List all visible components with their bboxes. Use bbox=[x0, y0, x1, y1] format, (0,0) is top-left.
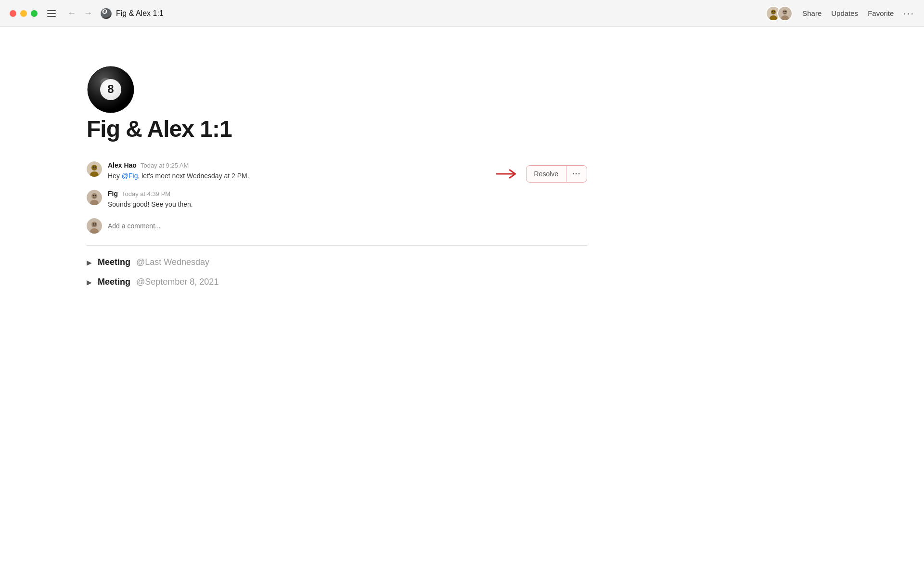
svg-point-23 bbox=[93, 195, 94, 197]
svg-point-3 bbox=[772, 11, 773, 12]
comment-time: Today at 9:25 AM bbox=[141, 162, 189, 169]
maximize-button[interactable] bbox=[31, 10, 38, 17]
updates-button[interactable]: Updates bbox=[831, 9, 858, 17]
menu-button[interactable] bbox=[45, 8, 58, 19]
nav-buttons: ← → bbox=[65, 7, 94, 19]
svg-point-21 bbox=[91, 193, 97, 199]
svg-point-24 bbox=[95, 195, 96, 197]
meeting-item[interactable]: ▶ Meeting @Last Wednesday bbox=[87, 257, 587, 267]
forward-button[interactable]: → bbox=[82, 7, 94, 19]
titlebar: ← → 🎱 Fig & Alex 1:1 bbox=[0, 0, 924, 27]
page-title-text: Fig & Alex 1:1 bbox=[116, 9, 164, 18]
comment-time: Today at 4:39 PM bbox=[122, 190, 170, 197]
comment-header: Fig Today at 4:39 PM bbox=[108, 190, 587, 197]
page-emoji-small: 🎱 bbox=[100, 8, 112, 19]
resolve-area: Resolve ··· bbox=[495, 165, 587, 183]
back-button[interactable]: ← bbox=[65, 7, 78, 19]
svg-point-26 bbox=[91, 222, 97, 227]
mention: @Fig bbox=[122, 172, 138, 180]
comments-section: Alex Hao Today at 9:25 AM Hey @Fig, let'… bbox=[87, 161, 587, 234]
svg-point-18 bbox=[93, 167, 94, 168]
minimize-button[interactable] bbox=[20, 10, 27, 17]
svg-point-28 bbox=[93, 223, 94, 225]
avatar-group bbox=[766, 6, 793, 21]
meeting-label: Meeting bbox=[98, 257, 130, 267]
avatar-current-user bbox=[87, 218, 102, 234]
comment-text: Sounds good! See you then. bbox=[108, 199, 587, 210]
svg-point-29 bbox=[95, 223, 96, 225]
comment-author: Alex Hao bbox=[108, 161, 137, 169]
meeting-toggle-icon[interactable]: ▶ bbox=[87, 278, 92, 286]
comment-body-fig: Fig Today at 4:39 PM Sounds good! See yo… bbox=[108, 190, 587, 210]
svg-point-4 bbox=[774, 11, 775, 12]
meeting-label: Meeting bbox=[98, 277, 130, 287]
resolve-btn-group: Resolve ··· bbox=[526, 165, 587, 183]
page-title-area: 🎱 Fig & Alex 1:1 bbox=[100, 8, 766, 19]
meeting-item[interactable]: ▶ Meeting @September 8, 2021 bbox=[87, 277, 587, 287]
avatar-fig bbox=[777, 6, 793, 21]
svg-point-8 bbox=[783, 11, 784, 12]
svg-text:8: 8 bbox=[107, 82, 114, 95]
avatar-alex-comment bbox=[87, 161, 102, 177]
share-button[interactable]: Share bbox=[802, 9, 821, 17]
comment-item: Fig Today at 4:39 PM Sounds good! See yo… bbox=[87, 190, 587, 210]
meeting-toggle-icon[interactable]: ▶ bbox=[87, 259, 92, 266]
favorite-button[interactable]: Favorite bbox=[868, 9, 894, 17]
meeting-list: ▶ Meeting @Last Wednesday ▶ Meeting @Sep… bbox=[87, 257, 587, 287]
page-icon-large: 8 bbox=[87, 66, 587, 116]
page-heading: Fig & Alex 1:1 bbox=[87, 116, 587, 142]
main-content: 8 Fig & Alex 1:1 bbox=[0, 27, 674, 306]
svg-point-9 bbox=[785, 11, 786, 12]
traffic-lights bbox=[10, 10, 38, 17]
comment-author: Fig bbox=[108, 190, 118, 197]
close-button[interactable] bbox=[10, 10, 16, 17]
add-comment-row bbox=[87, 218, 587, 234]
meeting-date: @September 8, 2021 bbox=[136, 277, 218, 287]
titlebar-actions: Share Updates Favorite ··· bbox=[766, 6, 914, 21]
section-divider bbox=[87, 245, 587, 246]
arrow-indicator bbox=[495, 166, 518, 182]
arrow-icon bbox=[495, 166, 518, 182]
resolve-button[interactable]: Resolve bbox=[526, 166, 566, 182]
svg-point-19 bbox=[95, 167, 96, 168]
more-options-button[interactable]: ··· bbox=[903, 8, 914, 19]
add-comment-input[interactable] bbox=[108, 222, 587, 230]
svg-point-16 bbox=[91, 165, 97, 171]
avatar-fig-comment bbox=[87, 190, 102, 205]
resolve-more-button[interactable]: ··· bbox=[566, 166, 587, 182]
meeting-date: @Last Wednesday bbox=[136, 257, 209, 267]
